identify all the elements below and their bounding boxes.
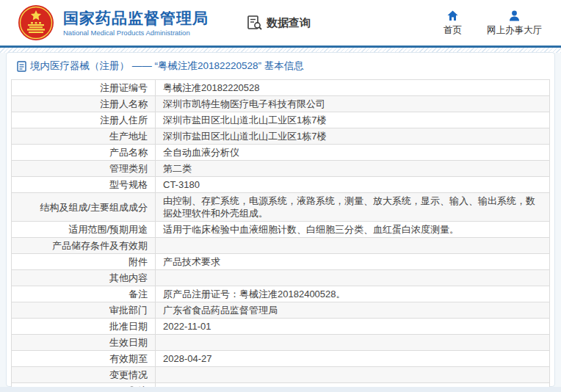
breadcrumb: 境内医疗器械（注册） —— “粤械注准20182220528” 基本信息	[11, 53, 550, 79]
row-label: 变更情况	[12, 367, 156, 383]
row-value: 深圳市凯特生物医疗电子科技有限公司	[156, 96, 550, 112]
row-label: 备注	[12, 286, 156, 302]
table-row: 批准日期 2022-11-01	[12, 319, 550, 335]
table-row: 生效日期	[12, 335, 550, 351]
row-value: 深圳市盐田区北山道北山工业区1栋7楼	[156, 112, 550, 128]
row-label: 注册证编号	[12, 80, 156, 96]
row-label-text: 型号规格	[109, 178, 148, 191]
info-table-body: 注册证编号 粤械注准20182220528 注册人名称 深圳市凯特生物医疗电子科…	[12, 80, 550, 392]
row-value: 深圳市盐田区北山道北山工业区1栋7楼	[156, 128, 550, 145]
row-label-text: 备注	[129, 288, 148, 300]
row-label: 型号规格	[12, 177, 156, 193]
row-label-text: 审批部门	[109, 304, 148, 316]
content-panel: 境内医疗器械（注册） —— “粤械注准20182220528” 基本信息 注册证…	[6, 52, 555, 387]
table-row: 管理类别 第二类	[12, 161, 550, 177]
nav-item-label: 首页	[444, 24, 462, 37]
row-label: 管理类别	[12, 161, 156, 177]
row-label-text: 适用范围/预期用途	[68, 223, 148, 236]
row-label-text: 产品名称	[109, 146, 148, 159]
row-label-text: 结构及组成/主要组成成分	[40, 201, 148, 214]
row-label: 注册人住所	[12, 112, 156, 128]
row-label: 产品名称	[12, 145, 156, 161]
table-row: 注册证编号 粤械注准20182220528	[12, 80, 550, 96]
row-label: 批准日期	[12, 319, 156, 335]
row-value: CT-3180	[156, 177, 550, 193]
table-row: 型号规格 CT-3180	[12, 177, 550, 193]
table-row: 结构及组成/主要组成成分 由控制、存贮系统，电源系统，液路系统，测量、放大系统，…	[12, 193, 550, 222]
row-label: 附件	[12, 254, 156, 270]
row-label: 生效日期	[12, 335, 156, 351]
footer-band	[0, 387, 561, 392]
national-emblem-icon	[18, 4, 54, 41]
nav-item-service-hall[interactable]: 网上办事大厅	[487, 10, 542, 37]
site-title: 国家药品监督管理局	[63, 9, 209, 28]
table-row: 备注 原产品注册证号：粤械注准20182400528。	[12, 286, 550, 302]
row-label: 其他内容	[12, 270, 156, 286]
nav-item-home[interactable]: 首页	[444, 10, 462, 37]
row-label: 生产地址	[12, 128, 156, 145]
document-icon	[17, 61, 26, 72]
data-query-icon	[247, 15, 263, 31]
row-label: 注册人名称	[12, 96, 156, 112]
row-value: 原产品注册证号：粤械注准20182400528。	[156, 286, 550, 302]
row-value: 广东省食品药品监督管理局	[156, 302, 550, 319]
data-query-label: 数据查询	[267, 16, 311, 30]
table-row: 附件 产品技术要求	[12, 254, 550, 270]
table-row: 变更情况	[12, 367, 550, 383]
row-value: 产品技术要求	[156, 254, 550, 270]
row-label-text: 附件	[129, 255, 148, 268]
row-value: 粤械注准20182220528	[156, 80, 550, 96]
row-label: 结构及组成/主要组成成分	[12, 193, 156, 222]
row-label-text: 注册人住所	[100, 114, 148, 126]
site-subtitle: National Medical Products Administration	[63, 28, 209, 37]
row-label-text: 其他内容	[109, 272, 148, 284]
row-label-text: 注册人名称	[100, 98, 148, 110]
info-table: 注册证编号 粤械注准20182220528 注册人名称 深圳市凯特生物医疗电子科…	[11, 79, 550, 392]
table-row: 产品储存条件及有效期	[12, 238, 550, 254]
row-value	[156, 367, 550, 383]
nav-item-label: 网上办事大厅	[487, 24, 542, 37]
row-label: 有效期至	[12, 351, 156, 367]
brand-block: 国家药品监督管理局 National Medical Products Admi…	[63, 9, 209, 37]
user-icon	[508, 10, 521, 22]
table-row: 注册人住所 深圳市盐田区北山道北山工业区1栋7楼	[12, 112, 550, 128]
row-label-text: 生产地址	[109, 130, 148, 142]
row-label-text: 生效日期	[109, 336, 148, 349]
row-label-text: 有效期至	[109, 352, 148, 365]
row-label: 审批部门	[12, 302, 156, 319]
row-label-text: 变更情况	[109, 369, 148, 381]
row-label-text: 注册证编号	[100, 81, 148, 94]
table-row: 有效期至 2028-04-27	[12, 351, 550, 367]
table-row: 生产地址 深圳市盐田区北山道北山工业区1栋7楼	[12, 128, 550, 145]
home-icon	[446, 10, 459, 22]
table-row: 适用范围/预期用途 适用于临床检验中血液细胞计数、白细胞三分类、血红蛋白浓度测量…	[12, 222, 550, 238]
row-value: 适用于临床检验中血液细胞计数、白细胞三分类、血红蛋白浓度测量。	[156, 222, 550, 238]
row-value	[156, 335, 550, 351]
header-nav: 首页 网上办事大厅	[444, 10, 551, 37]
row-label: 适用范围/预期用途	[12, 222, 156, 238]
row-value	[156, 270, 550, 286]
row-value: 2022-11-01	[156, 319, 550, 335]
data-query-section[interactable]: 数据查询	[247, 15, 311, 31]
breadcrumb-text: 境内医疗器械（注册） —— “粤械注准20182220528” 基本信息	[30, 59, 304, 73]
row-value: 2028-04-27	[156, 351, 550, 367]
row-value	[156, 238, 550, 254]
table-row: 其他内容	[12, 270, 550, 286]
row-value: 全自动血液分析仪	[156, 145, 550, 161]
table-row: 审批部门 广东省食品药品监督管理局	[12, 302, 550, 319]
table-row: 产品名称 全自动血液分析仪	[12, 145, 550, 161]
row-value: 由控制、存贮系统，电源系统，液路系统，测量、放大系统，显示、输入、输出系统，数据…	[156, 193, 550, 222]
row-label: 产品储存条件及有效期	[12, 238, 156, 254]
table-row: 注册人名称 深圳市凯特生物医疗电子科技有限公司	[12, 96, 550, 112]
row-value: 第二类	[156, 161, 550, 177]
row-label-text: 批准日期	[109, 320, 148, 333]
site-header: 国家药品监督管理局 National Medical Products Admi…	[0, 0, 561, 46]
row-label-text: 产品储存条件及有效期	[52, 239, 148, 252]
page: 国家药品监督管理局 National Medical Products Admi…	[0, 0, 561, 392]
row-label-text: 管理类别	[109, 162, 148, 175]
